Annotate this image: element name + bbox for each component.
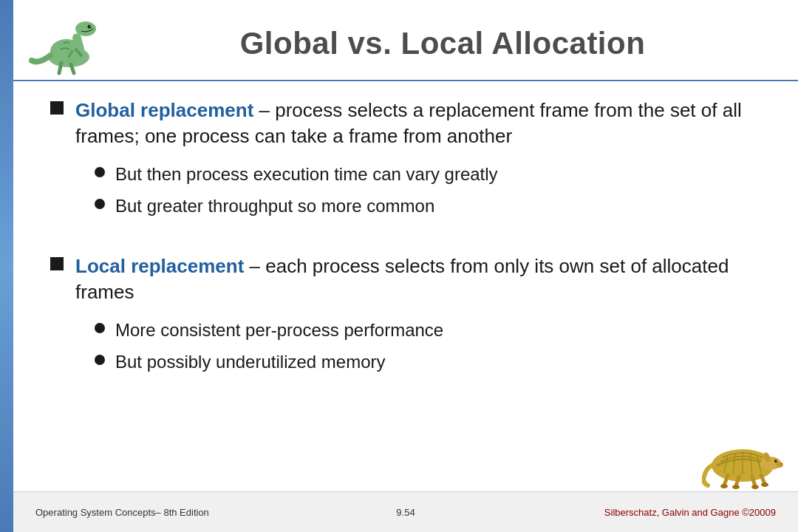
- main-text-2: Local replacement – each process selects…: [75, 253, 761, 305]
- svg-point-5: [89, 25, 91, 27]
- highlight-global: Global replacement: [75, 99, 253, 121]
- main-point-1: Global replacement – process selects a r…: [50, 98, 761, 149]
- svg-point-26: [732, 485, 740, 489]
- sub-point-2-2: But possibly underutilized memory: [95, 350, 761, 374]
- sub-point-1-1: But then process execution time can vary…: [95, 163, 761, 186]
- section-gap: [50, 239, 761, 253]
- dinosaur-top-image: [28, 13, 102, 75]
- sub-text-2-1: More consistent per-process performance: [115, 318, 443, 342]
- sub-point-2-1: More consistent per-process performance: [95, 318, 761, 342]
- svg-point-28: [761, 482, 768, 487]
- slide-title: Global vs. Local Allocation: [109, 26, 776, 61]
- footer-page-number: 9.54: [282, 507, 529, 518]
- svg-point-19: [776, 462, 783, 468]
- left-accent-bar: [0, 0, 13, 532]
- sub-points-1: But then process execution time can vary…: [95, 163, 761, 218]
- svg-point-4: [88, 24, 92, 28]
- circle-bullet-2-2: [95, 355, 105, 365]
- circle-bullet-1-2: [95, 199, 105, 209]
- footer-copyright: Silberschatz, Galvin and Gagne ©20009: [529, 507, 776, 518]
- sub-points-2: More consistent per-process performance …: [95, 318, 761, 374]
- svg-point-17: [774, 460, 777, 463]
- dinosaur-bottom-image: [702, 425, 783, 491]
- highlight-local: Local replacement: [75, 255, 244, 277]
- svg-point-20: [780, 463, 782, 465]
- sub-point-1-2: But greater throughput so more common: [95, 194, 761, 218]
- main-point-2: Local replacement – each process selects…: [50, 253, 761, 305]
- slide: Global vs. Local Allocation Global repla…: [0, 0, 798, 532]
- svg-point-18: [776, 460, 777, 461]
- sub-text-1-2: But greater throughput so more common: [115, 194, 434, 218]
- square-bullet-2: [50, 257, 64, 270]
- slide-content: Global replacement – process selects a r…: [13, 83, 798, 488]
- svg-line-6: [59, 63, 61, 73]
- footer-edition: Operating System Concepts– 8th Edition: [35, 507, 282, 518]
- svg-point-25: [720, 484, 728, 488]
- circle-bullet-2-1: [95, 323, 105, 333]
- svg-point-27: [751, 485, 759, 489]
- sub-text-1-1: But then process execution time can vary…: [115, 163, 498, 186]
- slide-header: Global vs. Local Allocation: [13, 0, 798, 81]
- main-text-1: Global replacement – process selects a r…: [75, 98, 761, 149]
- slide-footer: Operating System Concepts– 8th Edition 9…: [13, 491, 798, 532]
- sub-text-2-2: But possibly underutilized memory: [115, 350, 386, 374]
- circle-bullet-1-1: [95, 167, 105, 177]
- square-bullet-1: [50, 101, 64, 115]
